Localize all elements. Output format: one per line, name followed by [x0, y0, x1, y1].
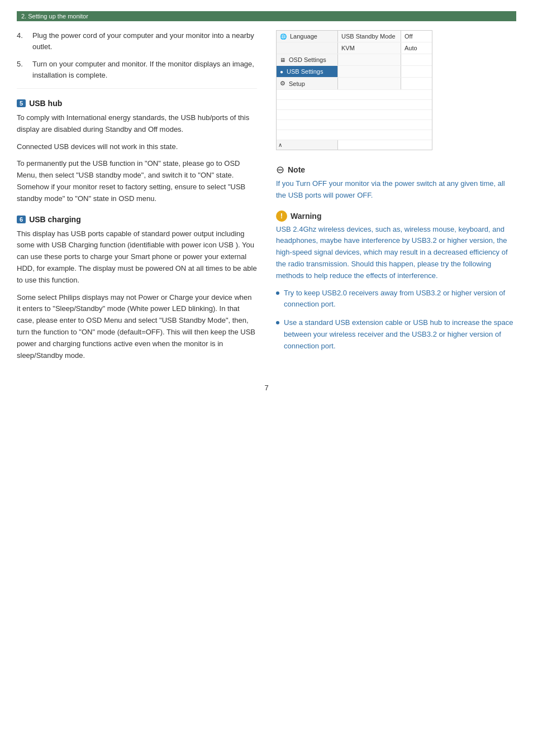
- section-6-para-1: This display has USB ports capable of st…: [17, 228, 257, 286]
- note-text: If you Turn OFF your monitor via the pow…: [276, 178, 516, 202]
- menu-caret-row: ∧: [277, 140, 432, 150]
- menu-screenshot: 🌐 Language USB Standby Mode Off KVM Auto…: [276, 30, 432, 150]
- section-5-para-3: To permanently put the USB function in "…: [17, 158, 257, 204]
- warning-icon: !: [276, 210, 287, 222]
- section-6-title: 6 USB charging: [17, 215, 257, 224]
- section-5-title: 5 USB hub: [17, 99, 257, 108]
- menu-label-blank-kvm: [277, 42, 338, 54]
- menu-key-usb-empty: [338, 66, 401, 77]
- menu-empty-row-3: [277, 110, 432, 120]
- menu-label-osd: 🖥 OSD Settings: [277, 54, 338, 65]
- step-5-text: Turn on your computer and monitor. If th…: [32, 59, 257, 80]
- menu-row-setup: ⚙ Setup: [277, 78, 432, 90]
- bullet-text-2: Use a standard USB extension cable or US…: [284, 317, 516, 352]
- warning-header: ! Warning: [276, 210, 516, 222]
- menu-row-osd: 🖥 OSD Settings: [277, 54, 432, 66]
- menu-empty-row-4: [277, 120, 432, 130]
- menu-key-setup-empty: [338, 78, 401, 89]
- menu-key-usb-standby: USB Standby Mode: [338, 31, 401, 42]
- bullet-text-1: Try to keep USB2.0 receivers away from U…: [284, 288, 516, 311]
- main-layout: 4. Plug the power cord of your computer …: [17, 30, 516, 367]
- note-icon: ⊖: [276, 164, 284, 176]
- warning-text: USB 2.4Ghz wireless devices, such as, wi…: [276, 224, 516, 282]
- usb-settings-icon: ●: [280, 69, 283, 75]
- section-6-badge: 6: [17, 216, 26, 223]
- osd-icon: 🖥: [280, 57, 285, 63]
- step-5-num: 5.: [17, 59, 27, 80]
- step-4-num: 4.: [17, 30, 27, 52]
- note-title: Note: [288, 165, 305, 174]
- section-5-para-2: Connected USB devices will not work in t…: [17, 141, 257, 153]
- lang-icon: 🌐: [280, 34, 287, 40]
- bullet-dot-1: [276, 291, 279, 295]
- note-box: ⊖ Note If you Turn OFF your monitor via …: [276, 164, 516, 202]
- bullet-item-2: Use a standard USB extension cable or US…: [276, 317, 516, 352]
- menu-val-off: Off: [401, 31, 432, 42]
- menu-row-kvm: KVM Auto: [277, 42, 432, 54]
- menu-val-usb-empty: [401, 66, 432, 77]
- step-4: 4. Plug the power cord of your computer …: [17, 30, 257, 52]
- menu-label-usb-text: USB Settings: [287, 68, 323, 75]
- menu-val-setup-empty: [401, 78, 432, 89]
- menu-val-auto: Auto: [401, 42, 432, 54]
- section-6-para-2: Some select Philips displays may not Pow…: [17, 292, 257, 362]
- menu-empty-row-2: [277, 100, 432, 110]
- divider-1: [17, 88, 257, 89]
- menu-label-lang-text: Language: [290, 33, 317, 40]
- step-5: 5. Turn on your computer and monitor. If…: [17, 59, 257, 80]
- section-5-title-text: USB hub: [29, 99, 62, 108]
- menu-caret-val: [401, 140, 432, 150]
- menu-caret-key: [338, 140, 401, 150]
- section-header: 2. Setting up the monitor: [17, 11, 516, 21]
- menu-row-language: 🌐 Language USB Standby Mode Off: [277, 31, 432, 42]
- menu-label-osd-text: OSD Settings: [289, 56, 326, 63]
- menu-empty-row-5: [277, 130, 432, 140]
- right-column: 🌐 Language USB Standby Mode Off KVM Auto…: [270, 30, 516, 367]
- menu-empty-row-1: [277, 90, 432, 100]
- page-number: 7: [17, 384, 516, 392]
- warning-title: Warning: [291, 212, 321, 221]
- menu-label-setup-text: Setup: [289, 80, 305, 87]
- section-5-badge: 5: [17, 99, 26, 107]
- menu-key-osd-empty: [338, 54, 401, 65]
- note-header: ⊖ Note: [276, 164, 516, 176]
- bullet-dot-2: [276, 321, 279, 324]
- warning-box: ! Warning USB 2.4Ghz wireless devices, s…: [276, 210, 516, 352]
- menu-label-usb: ● USB Settings: [277, 66, 338, 77]
- menu-label-language: 🌐 Language: [277, 31, 338, 42]
- setup-icon: ⚙: [280, 80, 285, 87]
- menu-val-osd-empty: [401, 54, 432, 65]
- left-column: 4. Plug the power cord of your computer …: [17, 30, 257, 367]
- menu-caret-label: ∧: [277, 140, 338, 150]
- step-4-text: Plug the power cord of your computer and…: [32, 30, 257, 52]
- bullet-item-1: Try to keep USB2.0 receivers away from U…: [276, 288, 516, 311]
- section-6-title-text: USB charging: [29, 215, 81, 224]
- menu-key-kvm: KVM: [338, 42, 401, 54]
- section-5-para-1: To comply with International energy stan…: [17, 112, 257, 136]
- menu-row-usb-settings: ● USB Settings: [277, 66, 432, 78]
- menu-label-setup: ⚙ Setup: [277, 78, 338, 89]
- bullet-list: Try to keep USB2.0 receivers away from U…: [276, 288, 516, 352]
